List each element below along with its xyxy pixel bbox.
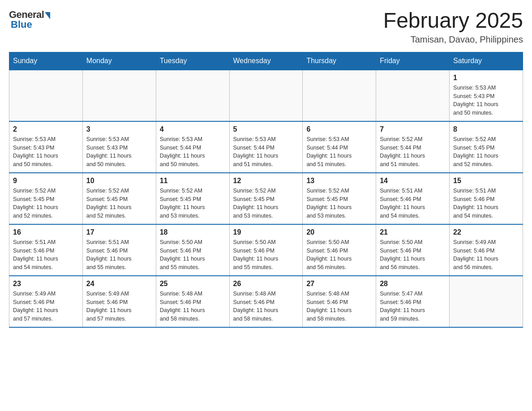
day-number: 8 <box>453 125 519 133</box>
day-info: Sunrise: 5:49 AMSunset: 5:46 PMDaylight:… <box>453 238 519 272</box>
day-header-friday: Friday <box>376 52 450 70</box>
day-info: Sunrise: 5:49 AMSunset: 5:46 PMDaylight:… <box>13 290 79 323</box>
day-cell: 12Sunrise: 5:52 AMSunset: 5:45 PMDayligh… <box>229 173 303 224</box>
day-number: 27 <box>306 280 372 288</box>
day-cell: 10Sunrise: 5:52 AMSunset: 5:45 PMDayligh… <box>82 173 156 224</box>
week-row-1: 1Sunrise: 5:53 AMSunset: 5:43 PMDaylight… <box>9 70 523 121</box>
day-cell: 16Sunrise: 5:51 AMSunset: 5:46 PMDayligh… <box>9 224 83 276</box>
day-header-tuesday: Tuesday <box>156 52 229 70</box>
day-number: 28 <box>380 280 446 288</box>
day-header-sunday: Sunday <box>9 52 83 70</box>
day-cell: 23Sunrise: 5:49 AMSunset: 5:46 PMDayligh… <box>9 276 83 327</box>
day-number: 25 <box>160 280 226 288</box>
day-cell: 20Sunrise: 5:50 AMSunset: 5:46 PMDayligh… <box>303 224 376 276</box>
day-cell: 17Sunrise: 5:51 AMSunset: 5:46 PMDayligh… <box>82 224 156 276</box>
day-number: 17 <box>86 228 152 236</box>
day-number: 5 <box>233 125 299 133</box>
logo-blue-text: Blue <box>9 19 32 30</box>
day-cell <box>303 70 376 121</box>
day-number: 13 <box>306 177 372 185</box>
day-cell: 18Sunrise: 5:50 AMSunset: 5:46 PMDayligh… <box>156 224 229 276</box>
day-info: Sunrise: 5:52 AMSunset: 5:44 PMDaylight:… <box>380 135 446 169</box>
week-row-5: 23Sunrise: 5:49 AMSunset: 5:46 PMDayligh… <box>9 276 523 327</box>
day-cell: 4Sunrise: 5:53 AMSunset: 5:44 PMDaylight… <box>156 121 229 173</box>
day-cell <box>9 70 83 121</box>
day-cell <box>450 276 523 327</box>
page-header: General Blue February 2025 Tamisan, Dava… <box>9 9 523 45</box>
day-number: 9 <box>13 177 79 185</box>
day-number: 3 <box>86 125 152 133</box>
day-cell <box>376 70 450 121</box>
day-header-saturday: Saturday <box>450 52 523 70</box>
day-cell: 11Sunrise: 5:52 AMSunset: 5:45 PMDayligh… <box>156 173 229 224</box>
day-cell: 2Sunrise: 5:53 AMSunset: 5:43 PMDaylight… <box>9 121 83 173</box>
day-info: Sunrise: 5:52 AMSunset: 5:45 PMDaylight:… <box>160 187 226 220</box>
day-info: Sunrise: 5:48 AMSunset: 5:46 PMDaylight:… <box>160 290 226 323</box>
day-number: 7 <box>380 125 446 133</box>
day-cell <box>156 70 229 121</box>
day-number: 14 <box>380 177 446 185</box>
day-cell: 14Sunrise: 5:51 AMSunset: 5:46 PMDayligh… <box>376 173 450 224</box>
day-cell: 8Sunrise: 5:52 AMSunset: 5:45 PMDaylight… <box>450 121 523 173</box>
day-number: 23 <box>13 280 79 288</box>
day-cell: 3Sunrise: 5:53 AMSunset: 5:43 PMDaylight… <box>82 121 156 173</box>
day-header-wednesday: Wednesday <box>229 52 303 70</box>
day-info: Sunrise: 5:51 AMSunset: 5:46 PMDaylight:… <box>13 238 79 272</box>
week-row-4: 16Sunrise: 5:51 AMSunset: 5:46 PMDayligh… <box>9 224 523 276</box>
day-cell: 26Sunrise: 5:48 AMSunset: 5:46 PMDayligh… <box>229 276 303 327</box>
week-row-3: 9Sunrise: 5:52 AMSunset: 5:45 PMDaylight… <box>9 173 523 224</box>
day-cell: 27Sunrise: 5:48 AMSunset: 5:46 PMDayligh… <box>303 276 376 327</box>
day-number: 21 <box>380 228 446 236</box>
day-info: Sunrise: 5:53 AMSunset: 5:43 PMDaylight:… <box>13 135 79 169</box>
day-header-monday: Monday <box>82 52 156 70</box>
calendar-table: SundayMondayTuesdayWednesdayThursdayFrid… <box>9 52 523 328</box>
day-number: 12 <box>233 177 299 185</box>
day-cell: 5Sunrise: 5:53 AMSunset: 5:44 PMDaylight… <box>229 121 303 173</box>
day-info: Sunrise: 5:50 AMSunset: 5:46 PMDaylight:… <box>233 238 299 272</box>
day-number: 22 <box>453 228 519 236</box>
day-number: 10 <box>86 177 152 185</box>
day-cell: 15Sunrise: 5:51 AMSunset: 5:46 PMDayligh… <box>450 173 523 224</box>
day-info: Sunrise: 5:53 AMSunset: 5:44 PMDaylight:… <box>233 135 299 169</box>
day-info: Sunrise: 5:51 AMSunset: 5:46 PMDaylight:… <box>453 187 519 220</box>
title-section: February 2025 Tamisan, Davao, Philippine… <box>383 9 523 45</box>
header-row: SundayMondayTuesdayWednesdayThursdayFrid… <box>9 52 523 70</box>
week-row-2: 2Sunrise: 5:53 AMSunset: 5:43 PMDaylight… <box>9 121 523 173</box>
day-info: Sunrise: 5:53 AMSunset: 5:44 PMDaylight:… <box>306 135 372 169</box>
day-cell: 21Sunrise: 5:50 AMSunset: 5:46 PMDayligh… <box>376 224 450 276</box>
day-number: 24 <box>86 280 152 288</box>
day-number: 19 <box>233 228 299 236</box>
day-info: Sunrise: 5:52 AMSunset: 5:45 PMDaylight:… <box>233 187 299 220</box>
day-info: Sunrise: 5:51 AMSunset: 5:46 PMDaylight:… <box>86 238 152 272</box>
day-number: 20 <box>306 228 372 236</box>
day-cell: 19Sunrise: 5:50 AMSunset: 5:46 PMDayligh… <box>229 224 303 276</box>
day-info: Sunrise: 5:51 AMSunset: 5:46 PMDaylight:… <box>380 187 446 220</box>
day-cell: 9Sunrise: 5:52 AMSunset: 5:45 PMDaylight… <box>9 173 83 224</box>
day-info: Sunrise: 5:47 AMSunset: 5:46 PMDaylight:… <box>380 290 446 323</box>
day-cell: 22Sunrise: 5:49 AMSunset: 5:46 PMDayligh… <box>450 224 523 276</box>
day-info: Sunrise: 5:50 AMSunset: 5:46 PMDaylight:… <box>160 238 226 272</box>
day-info: Sunrise: 5:52 AMSunset: 5:45 PMDaylight:… <box>306 187 372 220</box>
day-info: Sunrise: 5:49 AMSunset: 5:46 PMDaylight:… <box>86 290 152 323</box>
day-number: 18 <box>160 228 226 236</box>
day-info: Sunrise: 5:53 AMSunset: 5:43 PMDaylight:… <box>453 84 519 117</box>
day-info: Sunrise: 5:53 AMSunset: 5:43 PMDaylight:… <box>86 135 152 169</box>
day-info: Sunrise: 5:52 AMSunset: 5:45 PMDaylight:… <box>453 135 519 169</box>
day-info: Sunrise: 5:48 AMSunset: 5:46 PMDaylight:… <box>233 290 299 323</box>
day-info: Sunrise: 5:52 AMSunset: 5:45 PMDaylight:… <box>86 187 152 220</box>
day-info: Sunrise: 5:50 AMSunset: 5:46 PMDaylight:… <box>380 238 446 272</box>
day-number: 2 <box>13 125 79 133</box>
day-number: 26 <box>233 280 299 288</box>
day-cell: 28Sunrise: 5:47 AMSunset: 5:46 PMDayligh… <box>376 276 450 327</box>
day-number: 1 <box>453 74 519 82</box>
day-number: 11 <box>160 177 226 185</box>
day-number: 15 <box>453 177 519 185</box>
day-cell: 7Sunrise: 5:52 AMSunset: 5:44 PMDaylight… <box>376 121 450 173</box>
day-cell: 1Sunrise: 5:53 AMSunset: 5:43 PMDaylight… <box>450 70 523 121</box>
day-cell: 6Sunrise: 5:53 AMSunset: 5:44 PMDaylight… <box>303 121 376 173</box>
month-title: February 2025 <box>383 9 523 33</box>
day-info: Sunrise: 5:48 AMSunset: 5:46 PMDaylight:… <box>306 290 372 323</box>
day-header-thursday: Thursday <box>303 52 376 70</box>
day-cell: 25Sunrise: 5:48 AMSunset: 5:46 PMDayligh… <box>156 276 229 327</box>
day-number: 4 <box>160 125 226 133</box>
